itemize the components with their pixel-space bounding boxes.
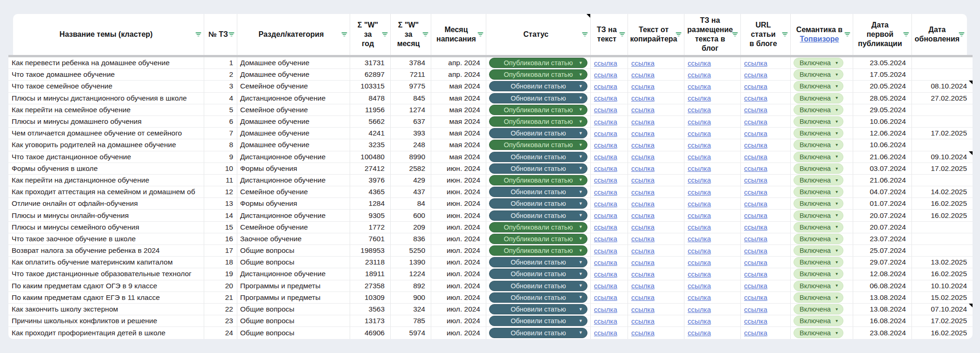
status-select[interactable]: Обновили статью▼ bbox=[489, 316, 587, 326]
tz-text-link[interactable]: ссылка bbox=[594, 282, 617, 290]
w-year-cell[interactable]: 18911 bbox=[350, 268, 391, 279]
category-cell[interactable]: Общие вопросы bbox=[237, 257, 350, 268]
tz-placement-link[interactable]: ссылка bbox=[688, 118, 711, 126]
category-cell[interactable]: Дистанционное обучение bbox=[237, 210, 350, 221]
semantics-select[interactable]: Включена▼ bbox=[794, 222, 843, 232]
topic-cell[interactable]: Отличие онлайн от офлайн-обучения bbox=[8, 198, 204, 209]
category-cell[interactable]: Семейное обучение bbox=[237, 222, 350, 233]
filter-icon[interactable] bbox=[732, 32, 738, 37]
category-cell[interactable]: Дистанционное обучение bbox=[237, 151, 350, 163]
first-publication-date-cell[interactable]: 16.08.2024 bbox=[853, 315, 912, 326]
w-year-cell[interactable]: 100480 bbox=[350, 151, 391, 163]
status-select[interactable]: Обновили статью▼ bbox=[489, 210, 587, 221]
topic-cell[interactable]: Плюсы и минусы семейного обучения bbox=[8, 222, 204, 233]
semantics-select[interactable]: Включена▼ bbox=[794, 187, 843, 197]
w-month-cell[interactable]: 9775 bbox=[391, 81, 431, 92]
tz-number-cell[interactable]: 2 bbox=[204, 69, 237, 80]
w-year-cell[interactable]: 1772 bbox=[350, 222, 391, 233]
filter-icon[interactable] bbox=[195, 32, 201, 37]
tz-text-link[interactable]: ссылка bbox=[594, 247, 617, 255]
w-month-cell[interactable]: 84 bbox=[391, 198, 431, 209]
first-publication-date-cell[interactable]: 20.05.2024 bbox=[853, 81, 912, 92]
article-url-link[interactable]: ссылка bbox=[744, 118, 767, 126]
copywriter-text-link[interactable]: ссылка bbox=[631, 118, 655, 126]
tz-text-link[interactable]: ссылка bbox=[594, 200, 617, 208]
copywriter-text-link[interactable]: ссылка bbox=[631, 106, 655, 114]
tz-text-link[interactable]: ссылка bbox=[594, 82, 617, 90]
tz-placement-link[interactable]: ссылка bbox=[688, 164, 711, 172]
update-date-cell[interactable]: 17.02.2025 bbox=[912, 128, 973, 139]
w-month-cell[interactable]: 8990 bbox=[391, 151, 431, 163]
first-publication-date-cell[interactable]: 10.06.2024 bbox=[853, 139, 912, 150]
filter-icon[interactable] bbox=[582, 32, 588, 37]
article-url-link[interactable]: ссылка bbox=[744, 235, 767, 243]
column-header-status[interactable]: Статус bbox=[486, 14, 591, 55]
category-cell[interactable]: Программы и предметы bbox=[237, 280, 350, 292]
month-written-cell[interactable]: июл. 2024 bbox=[431, 280, 486, 292]
update-date-cell[interactable]: 27.02.2025 bbox=[912, 93, 973, 104]
semantics-select[interactable]: Включена▼ bbox=[794, 175, 843, 185]
category-cell[interactable]: Дистанционное обучение bbox=[237, 268, 350, 279]
status-select[interactable]: Обновили статью▼ bbox=[489, 93, 587, 103]
tz-text-link[interactable]: ссылка bbox=[594, 258, 617, 266]
first-publication-date-cell[interactable]: 23.05.2024 bbox=[853, 57, 912, 68]
w-month-cell[interactable]: 1224 bbox=[391, 268, 431, 279]
first-publication-date-cell[interactable]: 20.07.2024 bbox=[853, 222, 912, 233]
category-cell[interactable]: Общие вопросы bbox=[237, 327, 350, 339]
tz-text-link[interactable]: ссылка bbox=[594, 59, 617, 67]
copywriter-text-link[interactable]: ссылка bbox=[631, 82, 655, 90]
column-header-category[interactable]: Раздел/категория bbox=[237, 14, 350, 55]
article-url-link[interactable]: ссылка bbox=[744, 329, 767, 337]
article-url-link[interactable]: ссылка bbox=[744, 317, 767, 325]
tz-placement-link[interactable]: ссылка bbox=[688, 247, 711, 255]
tz-placement-link[interactable]: ссылка bbox=[688, 258, 711, 266]
update-date-cell[interactable]: 07.10.2024 bbox=[912, 304, 973, 315]
article-url-link[interactable]: ссылка bbox=[744, 129, 767, 137]
month-written-cell[interactable]: июн. 2024 bbox=[431, 186, 486, 197]
first-publication-date-cell[interactable]: 28.05.2024 bbox=[853, 93, 912, 104]
column-header-month-written[interactable]: Месяц написания bbox=[431, 14, 486, 55]
article-url-link[interactable]: ссылка bbox=[744, 71, 767, 79]
tz-placement-link[interactable]: ссылка bbox=[688, 293, 711, 301]
tz-number-cell[interactable]: 17 bbox=[204, 245, 237, 256]
w-year-cell[interactable]: 103315 bbox=[350, 81, 391, 92]
semantics-select[interactable]: Включена▼ bbox=[794, 316, 843, 326]
semantics-select[interactable]: Включена▼ bbox=[794, 140, 843, 150]
copywriter-text-link[interactable]: ссылка bbox=[631, 71, 655, 79]
w-month-cell[interactable]: 3784 bbox=[391, 57, 431, 68]
category-cell[interactable]: Семейное обучение bbox=[237, 186, 350, 197]
tz-number-cell[interactable]: 11 bbox=[204, 175, 237, 186]
first-publication-date-cell[interactable]: 21.06.2024 bbox=[853, 175, 912, 186]
topic-cell[interactable]: Плюсы и минусы дистанционного обучения в… bbox=[8, 93, 204, 104]
article-url-link[interactable]: ссылка bbox=[744, 176, 767, 184]
tz-placement-link[interactable]: ссылка bbox=[688, 82, 711, 90]
topic-cell[interactable]: По каким предметам сдают ОГЭ в 9 классе bbox=[8, 280, 204, 292]
copywriter-text-link[interactable]: ссылка bbox=[631, 305, 655, 313]
w-month-cell[interactable]: 429 bbox=[391, 175, 431, 186]
month-written-cell[interactable]: мая 2024 bbox=[431, 104, 486, 115]
tz-number-cell[interactable]: 1 bbox=[204, 57, 237, 68]
topic-cell[interactable]: Как оплатить обучение материнским капита… bbox=[8, 257, 204, 268]
tz-number-cell[interactable]: 6 bbox=[204, 116, 237, 127]
category-cell[interactable]: Программы и предметы bbox=[237, 292, 350, 303]
first-publication-date-cell[interactable]: 23.07.2024 bbox=[853, 233, 912, 244]
month-written-cell[interactable]: июл. 2024 bbox=[431, 257, 486, 268]
status-select[interactable]: Опубликовали статью▼ bbox=[489, 116, 587, 127]
update-date-cell[interactable]: 16.02.2025 bbox=[912, 268, 973, 279]
column-header-tz-text[interactable]: ТЗ на текст bbox=[591, 14, 628, 55]
update-date-cell[interactable]: 13.02.2025 bbox=[912, 257, 973, 268]
month-written-cell[interactable]: июл. 2024 bbox=[431, 327, 486, 339]
topic-cell[interactable]: Что такое дистанционные образовательные … bbox=[8, 268, 204, 279]
first-publication-date-cell[interactable]: 29.07.2024 bbox=[853, 257, 912, 268]
column-header-tz-number[interactable]: № ТЗ bbox=[204, 14, 237, 55]
tz-text-link[interactable]: ссылка bbox=[594, 141, 617, 149]
column-header-semantics[interactable]: Семантика в Топвизоре bbox=[791, 14, 853, 55]
semantics-select[interactable]: Включена▼ bbox=[794, 58, 843, 68]
w-month-cell[interactable]: 248 bbox=[391, 139, 431, 150]
w-year-cell[interactable]: 10309 bbox=[350, 292, 391, 303]
filter-icon[interactable] bbox=[341, 32, 347, 37]
topic-cell[interactable]: Плюсы и минусы домашнего обучения bbox=[8, 116, 204, 127]
month-written-cell[interactable]: июл. 2024 bbox=[431, 304, 486, 315]
w-month-cell[interactable]: 5974 bbox=[391, 327, 431, 339]
article-url-link[interactable]: ссылка bbox=[744, 211, 767, 219]
